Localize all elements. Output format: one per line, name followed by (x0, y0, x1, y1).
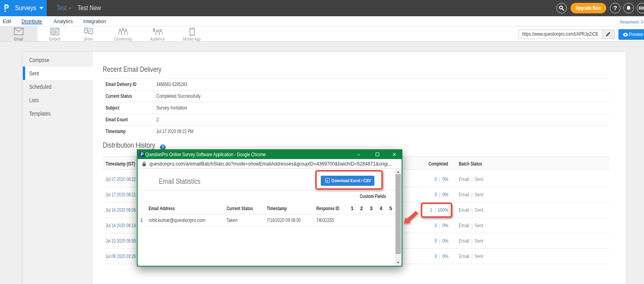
svg-text:$: $ (153, 28, 155, 32)
